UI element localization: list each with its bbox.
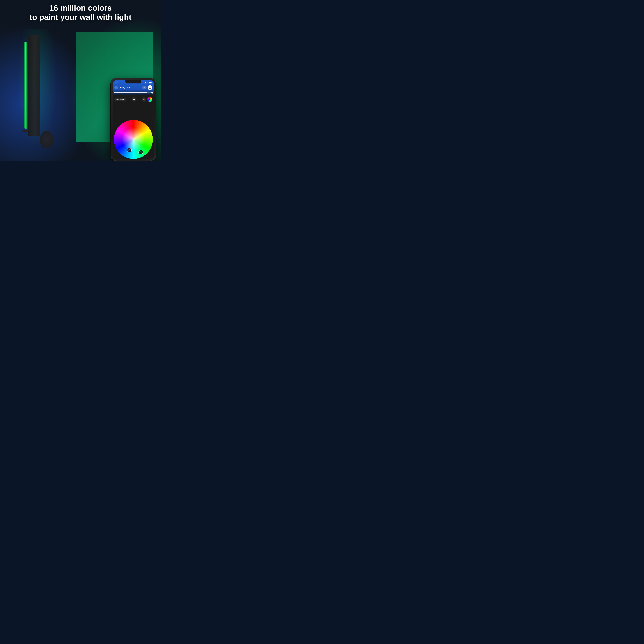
phone-screen: 9:41 — [113, 80, 154, 159]
list-line-2 — [133, 99, 135, 100]
list-icon — [132, 98, 136, 101]
palette-icon: 🎨 — [143, 98, 145, 100]
dot-3 — [145, 87, 145, 88]
palette-button[interactable]: 🎨 — [142, 97, 146, 102]
color-wheel[interactable] — [114, 120, 153, 159]
phone-body: 9:41 — [111, 78, 156, 161]
phone-mockup: 9:41 — [111, 78, 156, 161]
lamp-led-strip — [25, 42, 26, 129]
wifi-icon — [147, 82, 148, 84]
signal-bar-2 — [145, 83, 145, 83]
battery-icon — [149, 82, 152, 83]
back-button[interactable]: ‹ — [114, 86, 118, 89]
slider-thumb[interactable] — [151, 92, 153, 94]
signal-bar-1 — [144, 83, 145, 83]
slider-fill — [114, 92, 147, 93]
lamp-base — [22, 130, 30, 132]
list-view-button[interactable] — [132, 97, 136, 102]
scenes-area: New scene 🎨 — [113, 95, 154, 159]
signal-bars-icon — [144, 82, 146, 83]
color-wheel-svg — [114, 120, 153, 159]
power-icon — [149, 87, 151, 89]
brightness-slider[interactable] — [114, 91, 152, 94]
lamp-body — [24, 42, 27, 129]
headline-text: 16 million colors to paint your wall wit… — [0, 3, 161, 22]
room-title: Living room — [119, 86, 141, 89]
signal-bar-3 — [145, 82, 146, 83]
scenes-toolbar: New scene 🎨 — [114, 97, 152, 102]
more-options-button[interactable] — [142, 86, 147, 89]
speaker-round — [40, 131, 53, 148]
status-time: 9:41 — [115, 82, 118, 84]
signal-bar-4 — [146, 82, 146, 83]
app-nav-bar: ‹ Living room — [113, 85, 154, 90]
lamp — [20, 42, 31, 136]
slider-track — [114, 92, 152, 93]
color-wheel-button[interactable] — [147, 97, 152, 102]
svg-point-0 — [114, 120, 153, 159]
battery-fill — [149, 82, 151, 83]
status-icons — [144, 82, 152, 84]
dot-1 — [144, 87, 144, 88]
chevron-left-icon: ‹ — [116, 87, 116, 89]
power-button[interactable] — [148, 85, 152, 90]
list-line-1 — [133, 99, 135, 99]
dot-2 — [144, 87, 145, 88]
room-scene — [0, 29, 89, 155]
list-line-3 — [133, 100, 135, 100]
headline-line1: 16 million colors — [49, 3, 112, 12]
headline-line2: to paint your wall with light — [30, 13, 131, 22]
phone-notch — [125, 80, 141, 83]
new-scene-button[interactable]: New scene — [114, 98, 126, 101]
headline: 16 million colors to paint your wall wit… — [0, 3, 161, 22]
